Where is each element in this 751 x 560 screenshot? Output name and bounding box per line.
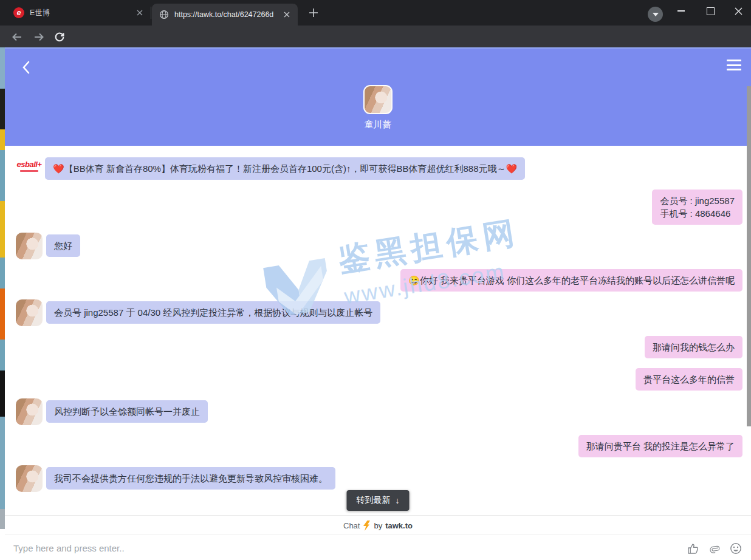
- page-scrollbar[interactable]: [747, 86, 751, 426]
- chat-bubble: 会员号 : jing25587 手机号 : 4864646: [652, 190, 742, 225]
- agent-avatar: [363, 85, 393, 114]
- window-maximize-button[interactable]: [696, 0, 724, 22]
- tab-title: https://tawk.to/chat/6247266d: [174, 10, 275, 19]
- tawkto-chat-widget: 童川蔷 esball+❤️【BB体育 新會首存80%】体育玩粉有福了！新注册会员…: [5, 47, 751, 560]
- back-button[interactable]: [9, 29, 26, 46]
- tab-tawkto[interactable]: https://tawk.to/chat/6247266d: [152, 4, 298, 26]
- chat-back-button[interactable]: [18, 60, 34, 75]
- hamburger-icon: [727, 60, 741, 61]
- arrow-left-icon: [12, 32, 22, 42]
- emoji-picker-button[interactable]: [729, 542, 742, 555]
- esball-logo: esball+: [16, 160, 43, 172]
- chat-bubble: 风控判断予以全馀额同帐号一并废止: [46, 400, 208, 423]
- agent-avatar: [16, 465, 43, 492]
- message-input[interactable]: [12, 542, 687, 554]
- chevron-left-icon: [22, 61, 30, 74]
- message-row: 那请问我的钱怎么办: [5, 336, 751, 358]
- tab-esball[interactable]: e E世博: [5, 0, 151, 26]
- esball-logo-label: esball+: [16, 160, 43, 169]
- reload-button[interactable]: [51, 29, 68, 46]
- branding-by-label: by: [374, 521, 382, 530]
- chat-message-list[interactable]: esball+❤️【BB体育 新會首存80%】体育玩粉有福了！新注册会员首存10…: [5, 146, 751, 492]
- branding-chat-label: Chat: [343, 521, 360, 530]
- reload-icon: [54, 32, 65, 43]
- composer-actions: [687, 542, 742, 555]
- maximize-icon: [707, 7, 715, 15]
- window-close-button[interactable]: [724, 0, 751, 22]
- agent-avatar: [16, 398, 43, 425]
- message-row: 会员号 : jing25587 手机号 : 4864646: [5, 190, 751, 225]
- chat-bubble: 会员号 jing25587 于 04/30 经风控判定投注异常，根据协议与规则与…: [46, 301, 380, 324]
- browser-tab-bar: e E世博 https://tawk.to/chat/6247266d: [0, 0, 751, 26]
- chat-bubble: 我司不会提供贵方任何您违规的手法以避免更新导致风控审核困难。: [46, 467, 335, 490]
- browser-profile-button[interactable]: [648, 7, 663, 22]
- chat-bubble: 贵平台这么多年的信誉: [636, 368, 742, 391]
- message-row: 您好: [5, 234, 751, 259]
- message-row: 😄你好 我来贵平台游戏 你们这么多年的老平台冻结我的账号以后还怎么讲信誉呢: [5, 269, 751, 292]
- chevron-down-icon: [653, 13, 659, 16]
- smiley-icon: [730, 542, 742, 555]
- thumbs-up-icon: [687, 542, 699, 555]
- arrow-right-icon: [33, 32, 44, 42]
- new-tab-button[interactable]: [306, 5, 321, 20]
- browser-toolbar: tawk.to/chat/6247266d0bfe3f4a87710d81/1f…: [0, 26, 751, 47]
- lightning-bolt-icon: [363, 521, 371, 531]
- tawkto-branding[interactable]: Chat by tawk.to: [5, 515, 751, 531]
- rate-chat-button[interactable]: [687, 542, 700, 555]
- scroll-to-latest-button[interactable]: 转到最新↓: [347, 490, 410, 511]
- message-row: 风控判断予以全馀额同帐号一并废止: [5, 400, 751, 425]
- close-icon: [735, 7, 742, 15]
- message-row: 贵平台这么多年的信誉: [5, 368, 751, 391]
- attach-file-button[interactable]: [708, 542, 721, 555]
- tab-title: E世博: [30, 8, 128, 18]
- window-minimize-button[interactable]: [667, 0, 695, 22]
- tab-close-icon[interactable]: [281, 10, 292, 20]
- agent-avatar: [16, 299, 43, 326]
- agent-avatar: [16, 233, 43, 259]
- esball-favicon-icon: e: [13, 7, 24, 18]
- globe-favicon-icon: [159, 10, 169, 19]
- agent-name: 童川蔷: [5, 119, 751, 131]
- tab-close-icon[interactable]: [134, 8, 145, 18]
- scroll-to-latest-label: 转到最新: [357, 495, 391, 506]
- chat-bubble: 😄你好 我来贵平台游戏 你们这么多年的老平台冻结我的账号以后还怎么讲信誉呢: [400, 269, 742, 292]
- background-page-edge: [0, 47, 5, 560]
- branding-tawkto-label: tawk.to: [385, 521, 413, 530]
- chat-header: 童川蔷: [5, 49, 751, 146]
- chat-bubble: 那请问贵平台 我的投注是怎么异常了: [578, 435, 742, 457]
- message-row: 那请问贵平台 我的投注是怎么异常了: [5, 435, 751, 457]
- forward-button[interactable]: [30, 29, 47, 46]
- message-row: 会员号 jing25587 于 04/30 经风控判定投注异常，根据协议与规则与…: [5, 301, 751, 326]
- chat-bubble: 那请问我的钱怎么办: [645, 336, 742, 358]
- arrow-down-icon: ↓: [396, 496, 400, 505]
- message-composer: [5, 534, 751, 560]
- chat-bubble: ❤️【BB体育 新會首存80%】体育玩粉有福了！新注册会员首存100元(含)↑，…: [45, 157, 525, 180]
- esball-logo-subline: [20, 170, 38, 172]
- minimize-icon: [677, 10, 685, 12]
- paperclip-icon: [709, 542, 720, 555]
- message-row: esball+❤️【BB体育 新會首存80%】体育玩粉有福了！新注册会员首存10…: [5, 157, 751, 180]
- chat-bubble: 您好: [46, 234, 80, 257]
- chat-menu-button[interactable]: [727, 60, 741, 70]
- tab-separator: [151, 7, 151, 19]
- message-row: 我司不会提供贵方任何您违规的手法以避免更新导致风控审核困难。: [5, 467, 751, 492]
